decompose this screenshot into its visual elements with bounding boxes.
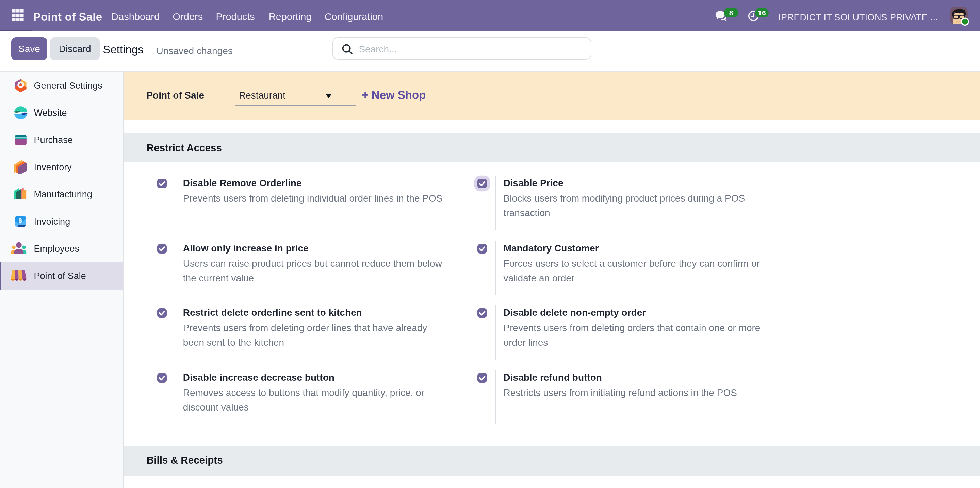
svg-text:$: $ xyxy=(19,217,22,224)
